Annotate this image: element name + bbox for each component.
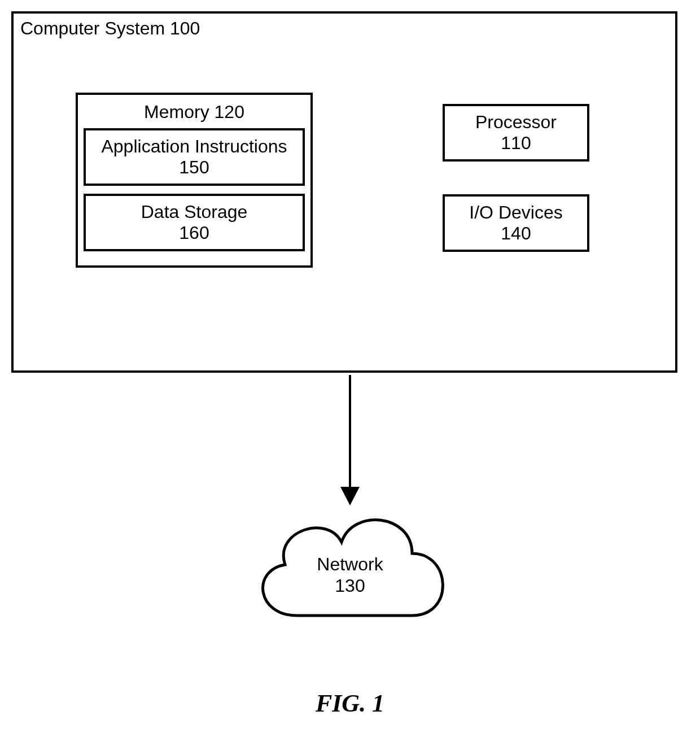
computer-system-box: Computer System 100 Memory 120 Applicati…: [11, 11, 677, 373]
data-storage-label: Data Storage: [86, 202, 303, 223]
application-instructions-label: Application Instructions: [86, 136, 303, 157]
data-storage-box: Data Storage 160: [84, 194, 305, 251]
data-storage-number: 160: [86, 223, 303, 243]
processor-box: Processor 110: [443, 104, 589, 162]
io-devices-box: I/O Devices 140: [443, 194, 589, 252]
network-number: 130: [335, 575, 365, 596]
network-text: Network 130: [243, 553, 457, 597]
network-label: Network: [317, 554, 383, 574]
memory-box: Memory 120 Application Instructions 150 …: [76, 93, 313, 268]
application-instructions-number: 150: [86, 157, 303, 178]
figure-caption: FIG. 1: [0, 689, 700, 718]
computer-system-title: Computer System 100: [20, 18, 200, 39]
application-instructions-box: Application Instructions 150: [84, 128, 305, 186]
processor-number: 110: [445, 133, 587, 154]
memory-title: Memory 120: [78, 95, 310, 128]
network-cloud: Network 130: [243, 491, 457, 638]
processor-label: Processor: [445, 112, 587, 133]
io-devices-label: I/O Devices: [445, 202, 587, 223]
io-devices-number: 140: [445, 223, 587, 244]
